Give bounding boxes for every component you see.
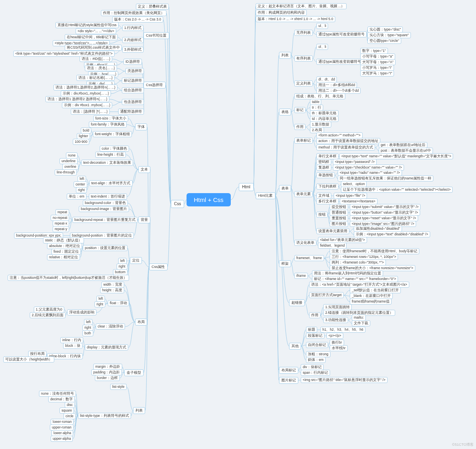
n: line-height：行高	[95, 152, 126, 158]
n: height：高度	[100, 287, 124, 293]
n: 语法：选择符1 选择符2 选择符n{... ...}	[45, 96, 109, 102]
n: <div style="... ..."></div>	[76, 28, 116, 34]
n: text-align：水平对齐方式	[89, 180, 133, 186]
r-link: 超链接	[289, 299, 305, 306]
n: repeat-y	[53, 226, 69, 232]
n: 表单元素	[294, 191, 313, 197]
n: 语法：选择符1,选择符2,选择符n{... ...}	[53, 84, 117, 91]
n: action：用于设置表单数据提交的地址	[316, 138, 380, 144]
n: text-indent：首行缩进	[89, 194, 127, 200]
css-node: Css	[171, 200, 184, 208]
n: 设置表单元素禁用	[316, 228, 349, 234]
css-pos: Css书写位置	[144, 32, 169, 39]
n: background-image：背景图片	[79, 206, 129, 212]
n: 让某个下拉选项选中：<option value="" selected="sel…	[341, 187, 453, 193]
r-other: 其他	[289, 343, 301, 350]
n: 通过type属性改变前缀符号	[316, 59, 363, 65]
n: 按钮	[316, 212, 328, 218]
n: 通配符选择符	[118, 109, 144, 115]
n: 文件下载	[352, 320, 370, 326]
n: background-repeat：背景图片重复方式	[72, 217, 137, 223]
n: span：行内标记	[301, 370, 330, 376]
n: 在head标记中间，title标记下面	[65, 34, 118, 40]
n: upper-alpha	[51, 436, 73, 442]
list: 列表	[133, 407, 145, 414]
n: 语义化表单	[294, 240, 316, 246]
n: block：块	[63, 343, 82, 349]
n: 定义：超文本标记语言（文本、图片、音频、视频 ...）	[256, 3, 347, 9]
n: font-weight：字体粗细	[93, 131, 132, 137]
bg: 背景	[138, 216, 150, 223]
n: 大写罗马：type="I"	[360, 70, 394, 76]
n: 100-900	[73, 139, 89, 145]
n: 页面打开方式target	[309, 292, 344, 298]
n: 定义：层叠样式表	[136, 4, 169, 10]
r-layout: 布局标记	[279, 367, 298, 374]
n: 版本：Html 1.0 -> ... -> xhtml 1.0 -> ... -…	[256, 16, 335, 22]
n: 组合选择符	[122, 87, 144, 93]
n: 无序列表	[294, 30, 313, 36]
n: 标记	[294, 107, 306, 113]
n: 包含选择符	[122, 99, 144, 105]
n: 作用	[294, 124, 306, 130]
layout: 布局	[135, 319, 147, 325]
n: h1、h2、h3、h4、h5、h6	[320, 327, 365, 333]
n: 图片按钮	[330, 221, 348, 227]
n: line-through	[55, 169, 77, 175]
pos: 定位	[130, 257, 142, 264]
n: list-style-type：列表符号的样式	[78, 413, 131, 419]
n: both	[82, 330, 93, 336]
r-form: 表单	[279, 185, 291, 192]
n: 可以设置大小（height|width）	[3, 356, 54, 362]
n: font-family：字体风格	[89, 122, 127, 128]
n: <p></p>	[326, 333, 343, 339]
font: 字体	[135, 124, 147, 130]
n: 斜体：em	[306, 357, 326, 363]
n: 表单标记	[294, 138, 313, 144]
watermark: ©51CTO博客	[452, 442, 474, 447]
r-img: 图片标记	[279, 377, 298, 384]
r-list: 列表	[279, 52, 291, 59]
n: 浮动造成的影响	[67, 309, 96, 315]
n: method：用于设置表单提交的方式	[316, 144, 375, 150]
n: 类选择符	[125, 68, 144, 74]
n: border：边框	[95, 375, 120, 381]
n: 3.外部样式	[122, 47, 144, 53]
n: 水平线hr	[330, 345, 348, 351]
n: frameset、frame	[294, 255, 324, 261]
n: display：元素的显现方式	[85, 344, 128, 350]
n: 标题	[306, 327, 317, 333]
n: ol、li	[316, 44, 328, 50]
n: list-style	[110, 384, 127, 390]
n: ID选择符	[123, 59, 142, 65]
n: color：字体颜色	[100, 146, 129, 152]
n: 定义列表	[294, 80, 313, 87]
root-node: Html + Css	[187, 193, 231, 206]
n: 作用：控制网页外观效果（美化网页）	[101, 10, 166, 16]
r-table: 表格	[279, 109, 291, 115]
n: 注意：当position值不为static时，left|right|bottom…	[8, 275, 129, 281]
n: 单选按钮	[316, 172, 335, 178]
n: clear：清除浮动	[96, 323, 125, 330]
n: 通过type属性可改变前缀符号	[316, 31, 367, 37]
n: font-size：字体大小	[93, 115, 128, 122]
html-elem: Html元素	[256, 192, 275, 199]
n: 1.行内样式	[122, 25, 144, 31]
n: 示例：div #box1 .mybox{... ...}	[62, 102, 112, 108]
n: 直接在Html标记的style属性值中写css	[55, 22, 119, 28]
n: text-decoration：文本装饰效果	[81, 160, 133, 166]
html-node: Html	[239, 183, 254, 191]
n: 将CSS代码写到.css样式表文件中	[65, 45, 122, 51]
n: 2.内嵌样式	[122, 37, 144, 43]
n: 2.后续元素飘到后面	[30, 312, 66, 318]
n: 有序列表	[294, 56, 313, 62]
n: 语法：#ID值{... ...}	[80, 56, 112, 62]
n: 作用：构成网页的结构和内容	[256, 10, 307, 16]
n: 标记选择符	[122, 78, 144, 84]
n: right	[76, 187, 87, 193]
n: 作用	[309, 312, 320, 318]
css-prop: Css属性	[149, 264, 168, 270]
n: float：浮动	[108, 300, 129, 306]
n: frame或iframe的name值	[350, 299, 392, 305]
n: 语法：[选择符 ]*{... ...}	[71, 109, 110, 115]
